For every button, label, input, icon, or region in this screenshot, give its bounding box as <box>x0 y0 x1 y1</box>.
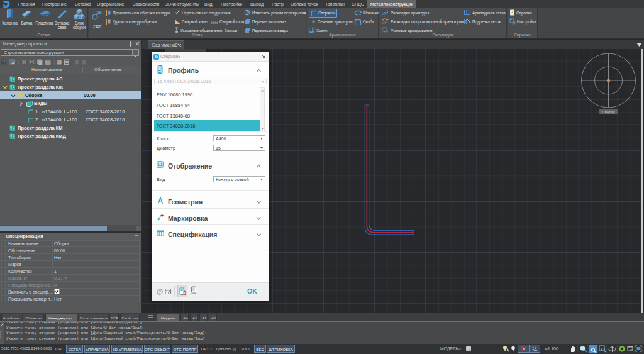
svg-text:?: ? <box>511 10 513 16</box>
svg-text:?: ? <box>158 290 161 294</box>
svg-text:Сверху: Сверху <box>602 110 614 114</box>
